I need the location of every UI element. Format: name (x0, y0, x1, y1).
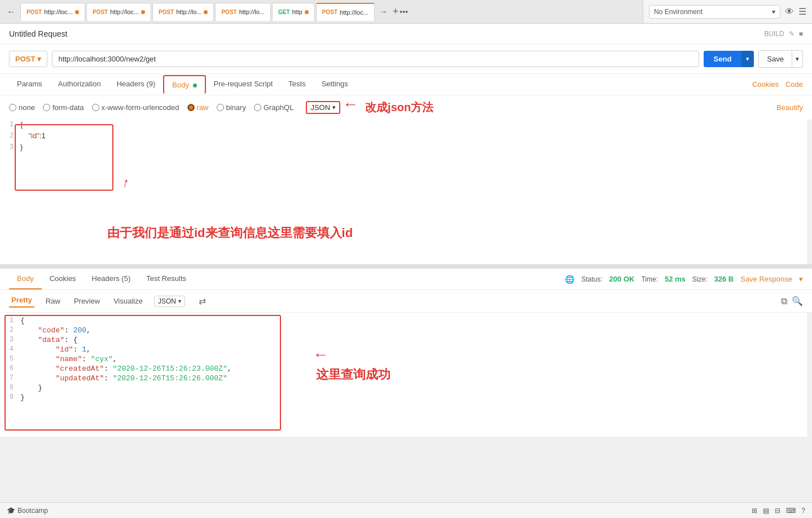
response-scrollbar[interactable] (807, 313, 812, 437)
tab-tests[interactable]: Tests (280, 74, 313, 95)
more-tabs-button[interactable]: ••• (400, 7, 408, 16)
radio-graphql[interactable]: GraphQL (254, 103, 293, 112)
request-tab-1[interactable]: POST http://loc... (20, 3, 85, 21)
request-tabs: Params Authorization Headers (9) Body Pr… (0, 74, 812, 95)
tab-pre-request[interactable]: Pre-request Script (206, 74, 281, 95)
status-value: 200 OK (609, 275, 635, 283)
resp-tab-headers[interactable]: Headers (5) (84, 269, 139, 289)
resp-format-pretty[interactable]: Pretty (9, 295, 34, 308)
code-line-3: 3 } (0, 142, 812, 152)
settings-icon[interactable]: ☰ (798, 6, 806, 17)
beautify-button[interactable]: Beautify (776, 103, 803, 112)
radio-raw[interactable]: raw (187, 103, 209, 112)
tab-url-5: http (292, 8, 302, 15)
cookies-link[interactable]: Cookies (752, 80, 779, 89)
save-response-button[interactable]: Save Response (740, 275, 792, 283)
annotation-body-text: 由于我们是通过id来查询信息这里需要填入id (107, 225, 353, 242)
save-dropdown-button[interactable]: ▾ (792, 50, 803, 68)
resp-tab-cookies[interactable]: Cookies (42, 269, 84, 289)
save-icon[interactable]: ■ (799, 30, 803, 38)
forward-button[interactable]: → (376, 5, 392, 19)
send-button-group: Send ▾ (704, 51, 754, 67)
request-tab-6[interactable]: POST http://loc... (316, 3, 375, 21)
eye-icon[interactable]: 👁 (785, 7, 794, 17)
title-actions: BUILD ✎ ■ (764, 30, 803, 38)
send-button[interactable]: Send (704, 51, 742, 67)
editor-scrollbar[interactable] (807, 120, 812, 264)
resp-line-9: 9 } (0, 393, 812, 402)
body-dot (193, 84, 197, 87)
code-link[interactable]: Code (785, 80, 803, 89)
add-tab-button[interactable]: + (393, 6, 399, 17)
send-dropdown-button[interactable]: ▾ (741, 51, 754, 67)
resp-format-visualize[interactable]: Visualize (111, 296, 145, 306)
request-tab-5[interactable]: GET http (272, 3, 315, 21)
radio-urlencoded[interactable]: x-www-form-urlencoded (92, 103, 179, 112)
resp-format-raw[interactable]: Raw (43, 296, 63, 306)
resp-tab-test-results[interactable]: Test Results (138, 269, 194, 289)
bottom-right-icons: ⊞ ▤ ⊟ ⌨ ? (752, 507, 805, 515)
resp-tab-body[interactable]: Body (9, 269, 42, 289)
annotation-json-text: 改成json方法 (365, 101, 433, 113)
resp-line-1: 1 { (0, 316, 812, 326)
response-meta: 🌐 Status: 200 OK Time: 52 ms Size: 326 B… (565, 275, 803, 284)
request-body-editor: 1 { 2 "id":1 3 } ↑ 由于我们是通过id来查询信息这里需要填入i… (0, 120, 812, 266)
resp-line-5: 5 "name": "cyx", (0, 354, 812, 364)
json-annotation: ← 改成json方法 (359, 100, 433, 115)
console-icon-button[interactable]: ⊞ (752, 507, 757, 515)
tab-body[interactable]: Body (163, 75, 205, 94)
code-line-2: 2 "id":1 (0, 129, 812, 142)
resp-line-6: 6 "createdAt": "2020-12-26T15:26:23.000Z… (0, 364, 812, 374)
body-options: none form-data x-www-form-urlencoded raw… (0, 95, 812, 120)
response-json-selector[interactable]: JSON ▾ (154, 296, 185, 307)
back-button[interactable]: ← (3, 5, 19, 19)
resp-line-3: 3 "data": { (0, 335, 812, 345)
resp-right-icons: ⧉ 🔍 (781, 296, 803, 306)
tab-authorization[interactable]: Authorization (50, 74, 109, 95)
save-response-chevron-icon[interactable]: ▾ (799, 275, 803, 283)
tab-params[interactable]: Params (9, 74, 50, 95)
request-tab-4[interactable]: POST http://lo... (215, 3, 270, 21)
resp-format-preview[interactable]: Preview (72, 296, 102, 306)
response-format-label: JSON (158, 297, 176, 305)
request-title: Untitled Request (9, 29, 68, 38)
tab-dot-1 (75, 10, 79, 14)
environment-selector[interactable]: No Environment ▾ (649, 5, 780, 19)
request-tab-3[interactable]: POST http://lo... (152, 3, 214, 21)
chevron-down-icon: ▾ (772, 8, 775, 16)
arrow-right-icon: ← (343, 95, 358, 113)
radio-binary[interactable]: binary (217, 103, 246, 112)
request-tab-2[interactable]: POST http://loc... (86, 3, 151, 21)
tab-dot-3 (204, 10, 208, 14)
copy-icon[interactable]: ⧉ (781, 296, 787, 306)
tab-settings[interactable]: Settings (314, 74, 356, 95)
resp-line-7: 7 "updatedAt": "2020-12-26T15:26:26.000Z… (0, 374, 812, 383)
json-format-selector[interactable]: JSON ▾ (306, 101, 340, 114)
url-input[interactable] (52, 51, 699, 67)
edit-icon[interactable]: ✎ (789, 30, 795, 38)
tab-headers[interactable]: Headers (9) (109, 74, 164, 95)
environment-label: No Environment (654, 8, 703, 16)
bootcamp-button[interactable]: 🎓 Bootcamp (7, 507, 48, 515)
title-bar: Untitled Request BUILD ✎ ■ (0, 24, 812, 45)
req-tabs-right: Cookies Code (752, 80, 803, 89)
radio-form-data[interactable]: form-data (43, 103, 84, 112)
app-container: ← POST http://loc... POST http://loc... … (0, 0, 812, 518)
time-value: 52 ms (665, 275, 686, 283)
response-section: Body Cookies Headers (5) Test Results 🌐 … (0, 266, 812, 437)
layout-icon-button[interactable]: ▤ (763, 507, 769, 515)
keyboard-icon-button[interactable]: ⌨ (786, 507, 796, 515)
method-selector[interactable]: POST ▾ (9, 51, 47, 67)
wrap-icon[interactable]: ⇄ (199, 296, 206, 306)
method-value: POST (15, 55, 35, 63)
radio-none[interactable]: none (9, 103, 35, 112)
grid-icon-button[interactable]: ⊟ (775, 507, 780, 515)
save-button[interactable]: Save (758, 50, 792, 68)
response-format-bar: Pretty Raw Preview Visualize JSON ▾ ⇄ ⧉ … (0, 290, 812, 313)
help-icon-button[interactable]: ? (801, 507, 805, 515)
resp-line-2: 2 "code": 200, (0, 326, 812, 335)
method-chevron-icon: ▾ (37, 55, 41, 63)
annotation-area-1: ↑ 由于我们是通过id来查询信息这里需要填入id (107, 204, 353, 242)
search-icon[interactable]: 🔍 (792, 296, 803, 306)
save-button-group: Save ▾ (758, 50, 803, 68)
